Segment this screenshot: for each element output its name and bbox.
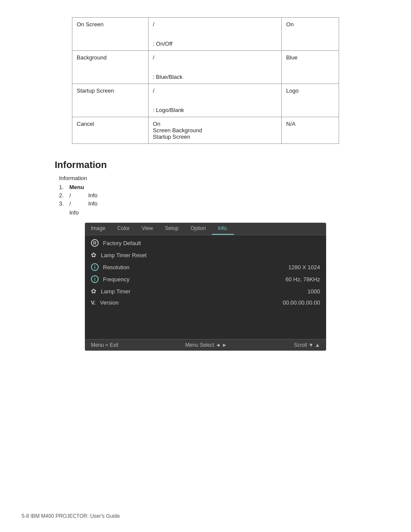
osd-row-icon-lamp-timer: ✿ — [91, 287, 97, 295]
osd-row-icon-factory-default: R — [91, 239, 99, 247]
step-num-2: 2. — [59, 192, 67, 199]
info-step-2: 2. / Info — [59, 192, 356, 199]
osd-row-icon-frequency: i — [91, 275, 99, 283]
info-intro: Information — [59, 175, 356, 181]
osd-row-label: Version — [100, 299, 278, 306]
osd-spacer — [85, 310, 326, 336]
info-step-1: 1. Menu — [59, 184, 356, 190]
osd-tab-info[interactable]: Info. — [212, 223, 234, 235]
settings-table: On Screen/ : On/OffOnBackground/ : Blue/… — [72, 17, 339, 144]
osd-row-label: Frequency — [103, 276, 281, 283]
step-text-3: / Info — [69, 200, 97, 207]
table-cell-middle: / : Logo/Blank — [148, 84, 282, 117]
osd-tab-view[interactable]: View — [136, 223, 159, 235]
osd-tab-setup[interactable]: Setup — [159, 223, 184, 235]
osd-row-value: 00.00.00.00.00 — [283, 299, 320, 306]
osd-tab-bar: ImageColorViewSetupOptionInfo. — [85, 223, 326, 235]
table-cell-label: Startup Screen — [72, 84, 149, 117]
osd-menu-row: ✿Lamp Timer1000 — [85, 285, 326, 297]
footer-select: Menu Select ◄ ► — [185, 342, 227, 348]
osd-row-label: Lamp Timer — [101, 288, 303, 295]
osd-screenshot: ImageColorViewSetupOptionInfo. RFactory … — [85, 223, 326, 351]
step-sub-3: Info — [69, 209, 79, 216]
table-row: CancelOn Screen Background Startup Scree… — [72, 117, 339, 144]
step-text-1: Menu — [69, 184, 84, 190]
osd-menu-row: iFrequency60 Hz, 78KHz — [85, 273, 326, 285]
osd-row-value: 1000 — [308, 288, 320, 295]
information-section: Information Information 1. Menu 2. / Inf… — [55, 159, 356, 351]
section-heading: Information — [55, 159, 356, 171]
osd-menu-row: iResolution1280 X 1024 — [85, 261, 326, 273]
top-table-section: On Screen/ : On/OffOnBackground/ : Blue/… — [72, 17, 339, 144]
step-num-3: 3. — [59, 200, 67, 207]
table-cell-label: Cancel — [72, 117, 149, 144]
footer-scroll: Scroll ▼ ▲ — [294, 342, 320, 348]
osd-menu-row: ✿Lamp Timer Reset — [85, 249, 326, 261]
osd-row-label: Lamp Timer Reset — [101, 252, 316, 258]
osd-rows: RFactory Default✿Lamp Timer ResetiResolu… — [85, 235, 326, 310]
table-row: Background/ : Blue/BlackBlue — [72, 51, 339, 84]
table-cell-label: On Screen — [72, 18, 149, 51]
osd-tab-image[interactable]: Image — [85, 223, 111, 235]
osd-menu-row: RFactory Default — [85, 237, 326, 249]
table-cell-value: N/A — [282, 117, 339, 144]
osd-row-value: 60 Hz, 78KHz — [286, 276, 320, 283]
osd-box: ImageColorViewSetupOptionInfo. RFactory … — [85, 223, 326, 351]
table-cell-value: On — [282, 18, 339, 51]
osd-row-label: Factory Default — [103, 240, 316, 246]
table-cell-value: Logo — [282, 84, 339, 117]
page-footer-text: 5-8 IBM M400 PROJECTOR: User's Guide — [22, 513, 120, 519]
osd-tab-color[interactable]: Color — [111, 223, 136, 235]
step-num-1: 1. — [59, 184, 67, 190]
osd-footer: Menu = Exit Menu Select ◄ ► Scroll ▼ ▲ — [85, 339, 326, 351]
table-cell-middle: / : Blue/Black — [148, 51, 282, 84]
osd-row-icon-lamp-timer-reset: ✿ — [91, 251, 97, 259]
table-row: Startup Screen/ : Logo/BlankLogo — [72, 84, 339, 117]
osd-row-value: 1280 X 1024 — [288, 264, 320, 271]
table-row: On Screen/ : On/OffOn — [72, 18, 339, 51]
table-cell-label: Background — [72, 51, 149, 84]
table-cell-middle: / : On/Off — [148, 18, 282, 51]
table-cell-middle: On Screen Background Startup Screen — [148, 117, 282, 144]
osd-row-label: Resolution — [103, 264, 284, 271]
table-cell-value: Blue — [282, 51, 339, 84]
osd-tab-option[interactable]: Option — [184, 223, 212, 235]
osd-row-icon-resolution: i — [91, 263, 99, 271]
osd-menu-row: V.Version00.00.00.00.00 — [85, 297, 326, 308]
page-footer: 5-8 IBM M400 PROJECTOR: User's Guide — [22, 513, 120, 519]
step-text-2: / Info — [69, 192, 97, 199]
osd-row-icon-version: V. — [91, 299, 96, 306]
info-step-3: 3. / Info Info — [59, 200, 356, 216]
footer-exit: Menu = Exit — [91, 342, 118, 348]
info-steps: 1. Menu 2. / Info 3. / Info Info — [59, 184, 356, 216]
